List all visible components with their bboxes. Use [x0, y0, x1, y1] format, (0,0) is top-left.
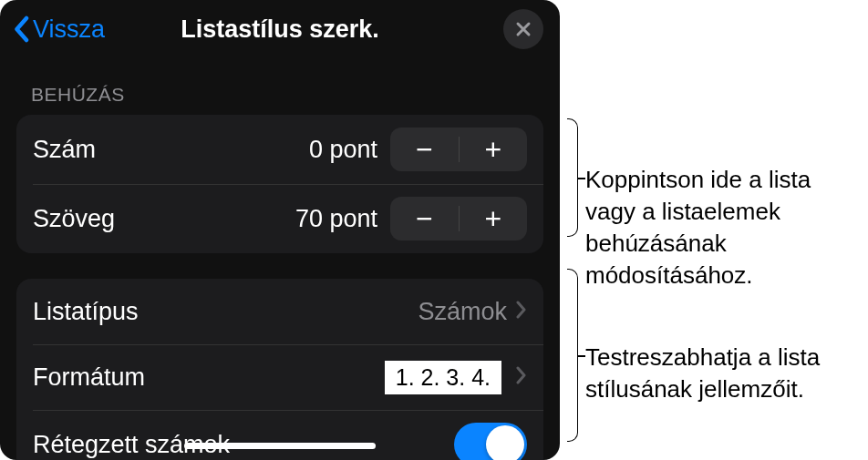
callout-line — [578, 178, 585, 179]
indent-number-stepper: − + — [390, 128, 527, 171]
indent-number-value: 0 pont — [309, 136, 377, 164]
chevron-left-icon — [13, 15, 29, 43]
toggle-knob — [486, 425, 524, 460]
style-group: Listatípus Számok Formátum 1. 2. 3. 4. R… — [16, 279, 543, 460]
list-type-value: Számok — [418, 298, 507, 326]
header: Vissza Listastílus szerk. — [0, 0, 560, 58]
indent-text-row: Szöveg 70 pont − + — [16, 184, 543, 253]
decrement-button[interactable]: − — [390, 197, 459, 240]
format-label: Formátum — [33, 363, 385, 392]
callout-bracket — [567, 118, 578, 237]
close-icon — [515, 21, 532, 37]
indent-text-stepper: − + — [390, 197, 527, 240]
section-label: BEHÚZÁS — [0, 58, 560, 115]
callout-line — [578, 355, 585, 357]
style-annotation: Testreszabhatja a lista stílusának jelle… — [585, 342, 859, 405]
home-indicator — [184, 443, 376, 449]
callout-bracket — [567, 269, 578, 442]
chevron-right-icon — [516, 301, 527, 322]
indent-number-row: Szám 0 pont − + — [16, 115, 543, 184]
format-row[interactable]: Formátum 1. 2. 3. 4. — [16, 344, 543, 410]
format-preview: 1. 2. 3. 4. — [385, 361, 501, 394]
list-type-row[interactable]: Listatípus Számok — [16, 279, 543, 344]
indent-annotation: Koppintson ide a lista vagy a listaeleme… — [585, 164, 859, 291]
back-label: Vissza — [33, 15, 105, 44]
tiered-numbers-toggle[interactable] — [454, 423, 527, 460]
tiered-numbers-row: Rétegzett számok — [16, 410, 543, 460]
indent-group: Szám 0 pont − + Szöveg 70 pont − + — [16, 115, 543, 253]
page-title: Listastílus szerk. — [181, 15, 379, 44]
increment-button[interactable]: + — [460, 128, 528, 171]
increment-button[interactable]: + — [460, 197, 528, 240]
chevron-right-icon — [516, 366, 527, 388]
indent-text-label: Szöveg — [33, 205, 295, 233]
annotations: Koppintson ide a lista vagy a listaeleme… — [560, 0, 868, 460]
indent-text-value: 70 pont — [295, 205, 377, 233]
back-button[interactable]: Vissza — [13, 15, 105, 44]
settings-panel: Vissza Listastílus szerk. BEHÚZÁS Szám 0… — [0, 0, 560, 460]
close-button[interactable] — [503, 9, 543, 49]
indent-number-label: Szám — [33, 136, 309, 164]
list-type-label: Listatípus — [33, 298, 418, 326]
decrement-button[interactable]: − — [390, 128, 459, 171]
